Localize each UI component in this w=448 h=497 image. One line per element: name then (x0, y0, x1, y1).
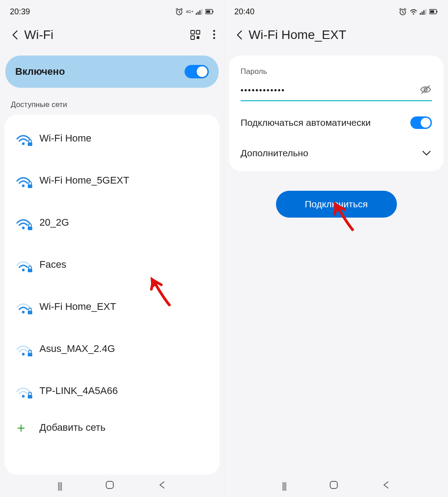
header: Wi-Fi Home_EXT (224, 20, 448, 51)
wifi-secure-icon (14, 129, 39, 148)
svg-rect-25 (106, 481, 113, 488)
network-row[interactable]: Asus_MAX_2.4G (4, 328, 220, 370)
wifi-secure-icon (14, 339, 39, 358)
more-menu-button[interactable] (212, 30, 216, 40)
wifi-secure-icon (14, 171, 39, 190)
svg-rect-26 (330, 481, 337, 488)
nav-recent-button[interactable]: ||| (282, 481, 286, 491)
wifi-status-icon (409, 8, 418, 15)
status-icons: 4G+ (175, 7, 214, 16)
network-name: Asus_MAX_2.4G (39, 343, 115, 355)
connect-button-label: Подключиться (305, 199, 368, 210)
password-input[interactable]: •••••••••••• (241, 86, 419, 95)
password-input-row[interactable]: •••••••••••• (241, 83, 432, 101)
status-time: 20:39 (10, 7, 30, 17)
auto-connect-switch[interactable] (410, 116, 432, 129)
wifi-switch[interactable] (185, 65, 209, 78)
network-name: Wi-Fi Home_EXT (39, 301, 116, 313)
network-row[interactable]: Faces (4, 244, 220, 286)
status-bar: 20:40 (224, 0, 448, 20)
wifi-secure-icon (14, 213, 39, 232)
status-time: 20:40 (234, 7, 254, 17)
battery-icon (205, 9, 214, 15)
available-networks-header: Доступные сети (0, 98, 224, 115)
password-label: Пароль (241, 67, 432, 76)
eye-off-icon (419, 83, 432, 96)
signal-icon (420, 9, 427, 15)
signal-icon (196, 9, 203, 15)
network-type-label: 4G+ (186, 10, 194, 14)
wifi-secure-icon (14, 255, 39, 274)
toggle-password-visibility-button[interactable] (419, 83, 432, 98)
nav-recent-button[interactable]: ||| (57, 481, 62, 491)
connect-form-card: Пароль •••••••••••• Подключаться автомат… (229, 56, 444, 171)
screen-wifi-connect: 20:40 Wi-Fi Home_EXT Пароль •••••••••••• (224, 0, 448, 497)
auto-connect-label: Подключаться автоматически (241, 116, 370, 129)
status-icons (398, 7, 438, 16)
advanced-label: Дополнительно (241, 148, 308, 159)
network-row[interactable]: 20_2G (4, 201, 220, 244)
add-network-label: Добавить сеть (39, 422, 105, 433)
qr-scan-button[interactable] (190, 30, 201, 40)
wifi-enabled-label: Включено (15, 66, 65, 77)
chevron-down-icon (421, 148, 432, 159)
network-row[interactable]: Wi-Fi Home (4, 117, 220, 159)
back-button[interactable] (231, 29, 249, 41)
status-bar: 20:39 4G+ (0, 0, 224, 20)
advanced-row[interactable]: Дополнительно (229, 140, 444, 171)
chevron-left-icon (235, 29, 245, 41)
network-list: Wi-Fi Home Wi-Fi Home_5GEXT 20_2G Faces (4, 115, 220, 475)
page-title: Wi-Fi Home_EXT (249, 28, 440, 42)
auto-connect-row[interactable]: Подключаться автоматически (229, 106, 444, 140)
nav-home-button[interactable] (329, 480, 339, 492)
network-name: TP-LINK_4A5A66 (39, 385, 118, 397)
alarm-icon (398, 7, 407, 16)
alarm-icon (175, 7, 184, 16)
network-row[interactable]: Wi-Fi Home_5GEXT (4, 159, 220, 201)
password-field-block: Пароль •••••••••••• (229, 59, 444, 106)
header: Wi-Fi (0, 20, 224, 51)
add-network-row[interactable]: ＋ Добавить сеть (4, 412, 220, 443)
network-name: Wi-Fi Home_5GEXT (39, 175, 129, 186)
plus-icon: ＋ (14, 419, 39, 437)
wifi-secure-icon (14, 381, 39, 400)
battery-icon (429, 9, 438, 15)
wifi-master-toggle-row[interactable]: Включено (5, 56, 219, 88)
chevron-left-icon (10, 29, 20, 41)
qr-icon (190, 30, 201, 40)
network-row[interactable]: Wi-Fi Home_EXT (4, 286, 220, 328)
screen-wifi-list: 20:39 4G+ Wi-Fi Включено Доступные сети (0, 0, 224, 497)
wifi-secure-icon (14, 297, 39, 316)
more-vert-icon (212, 30, 216, 40)
nav-back-button[interactable] (158, 480, 167, 491)
back-button[interactable] (6, 29, 24, 41)
nav-bar: ||| (0, 475, 224, 497)
network-row[interactable]: TP-LINK_4A5A66 (4, 370, 220, 412)
nav-home-button[interactable] (105, 480, 115, 492)
network-name: Faces (39, 259, 66, 270)
network-name: 20_2G (39, 217, 69, 228)
connect-button[interactable]: Подключиться (276, 191, 397, 218)
nav-back-button[interactable] (382, 480, 391, 491)
nav-bar: ||| (224, 475, 448, 497)
page-title: Wi-Fi (24, 28, 190, 42)
network-name: Wi-Fi Home (39, 133, 91, 144)
